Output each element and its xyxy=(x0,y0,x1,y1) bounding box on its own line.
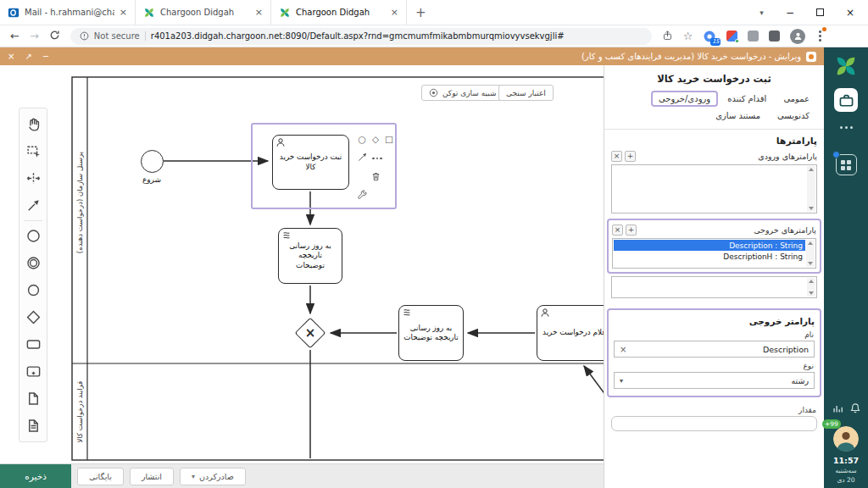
app-rail: +99 11:57 سه‌شنبه 20 دی xyxy=(824,47,868,488)
remove-output-param-button[interactable]: × xyxy=(612,225,623,236)
close-icon[interactable]: × xyxy=(391,8,398,17)
bookmark-star-icon[interactable]: ☆ xyxy=(683,30,693,42)
global-connect-tool-icon[interactable] xyxy=(25,197,42,214)
browser-profile-avatar[interactable] xyxy=(790,29,805,44)
scrollbar[interactable] xyxy=(806,240,815,267)
type-label: نوع xyxy=(615,362,814,370)
data-store-tool-icon[interactable] xyxy=(25,418,42,434)
delete-icon[interactable] xyxy=(370,170,381,182)
token-simulation-button[interactable]: شبیه سازی توکن xyxy=(421,85,504,101)
minimize-button[interactable]: − xyxy=(786,8,794,18)
param-type-select[interactable]: رشته ▾ xyxy=(614,372,815,389)
chargoon-logo[interactable] xyxy=(833,53,859,79)
data-object-tool-icon[interactable] xyxy=(25,391,42,407)
input-params-list[interactable] xyxy=(611,164,817,214)
publish-button[interactable]: انتشار xyxy=(130,468,174,485)
tab-general[interactable]: عمومی xyxy=(776,91,817,107)
remove-input-param-button[interactable]: × xyxy=(611,151,622,162)
browser-tab-mail[interactable]: Mail - h.rahmani@chargoon.com × xyxy=(0,0,136,25)
app-minimize-icon[interactable]: − xyxy=(42,52,49,61)
tab-title: Chargoon Didgah xyxy=(160,8,250,17)
archive-button[interactable]: بایگانی xyxy=(77,468,124,485)
url-omnibox[interactable]: Not secure r401a203.didgah.chargoon.net:… xyxy=(70,28,652,45)
task-announce-request[interactable]: اعلام درخواست خرید xyxy=(537,305,604,361)
append-gateway-icon[interactable]: ◇ xyxy=(370,133,381,145)
task-label: ثبت درخواست خرید کالا xyxy=(273,152,348,172)
clear-name-button[interactable]: × xyxy=(620,345,626,354)
end-event-tool-icon[interactable] xyxy=(25,282,42,298)
browser-menu-icon[interactable] xyxy=(815,29,825,43)
task-create-request[interactable]: ثبت درخواست خرید کالا xyxy=(272,135,349,190)
output-params-row: پارامترهای خروجی + × xyxy=(612,225,816,236)
output-params-list-overflow[interactable] xyxy=(611,276,817,298)
briefcase-icon[interactable] xyxy=(834,88,858,112)
new-tab-button[interactable]: + xyxy=(415,5,426,20)
extension-badge: 15 xyxy=(710,38,721,46)
task-tool-icon[interactable] xyxy=(25,336,42,352)
extension-icon[interactable] xyxy=(748,30,759,42)
maximize-button[interactable] xyxy=(816,8,824,16)
stats-icon[interactable] xyxy=(832,402,843,417)
diagram-canvas[interactable]: پرسنل سازمان (درخواست دهنده) فرایند درخو… xyxy=(0,65,604,463)
tab-coding[interactable]: کدنویسی xyxy=(770,108,817,124)
param-value-input[interactable] xyxy=(611,416,817,431)
output-param-item[interactable]: DescriptionH : String xyxy=(614,251,805,262)
close-button[interactable]: × xyxy=(846,8,854,18)
connect-tool-icon[interactable] xyxy=(356,151,368,163)
intermediate-event-tool-icon[interactable] xyxy=(25,255,42,271)
gateway-tool-icon[interactable] xyxy=(25,309,42,325)
hand-tool-icon[interactable] xyxy=(25,116,42,132)
screen: Mail - h.rahmani@chargoon.com × Chargoon… xyxy=(0,0,868,488)
close-icon[interactable]: × xyxy=(120,8,127,17)
chevron-down-icon[interactable]: ▾ xyxy=(760,8,764,17)
add-input-param-button[interactable]: + xyxy=(625,151,636,162)
share-icon[interactable] xyxy=(662,30,673,43)
space-tool-icon[interactable] xyxy=(25,170,42,186)
tab-documentation[interactable]: مستند سازی xyxy=(708,108,768,124)
append-task-icon[interactable]: □ xyxy=(383,133,395,145)
append-event-icon[interactable]: ○ xyxy=(356,133,368,145)
scrollbar[interactable] xyxy=(807,278,815,297)
validate-button[interactable]: اعتبار سنجی xyxy=(498,85,554,101)
app-close-icon[interactable]: × xyxy=(8,52,14,61)
refresh-button[interactable] xyxy=(49,30,60,42)
output-params-list[interactable]: Description : String DescriptionH : Stri… xyxy=(612,238,816,269)
param-name-input[interactable]: Description × xyxy=(614,341,815,358)
extension-icon[interactable]: 15 xyxy=(703,30,716,43)
lane-label-bottom: فرایند درخواست کالا xyxy=(75,357,84,463)
security-chip[interactable]: Not secure xyxy=(94,31,140,41)
lasso-tool-icon[interactable] xyxy=(25,143,42,159)
more-apps-icon[interactable] xyxy=(840,126,853,129)
output-param-item-selected[interactable]: Description : String xyxy=(614,240,805,251)
app-expand-icon[interactable]: ↗ xyxy=(25,52,31,61)
panel-title: ثبت درخواست خرید کالا xyxy=(611,73,817,85)
export-button[interactable]: ▾ صادرکردن xyxy=(180,468,246,485)
browser-tab-didgah-2[interactable]: Chargoon Didgah × xyxy=(271,0,407,25)
extension-icon[interactable] xyxy=(769,30,780,42)
notifications-bell-icon[interactable] xyxy=(849,402,861,417)
browser-tab-didgah-1[interactable]: Chargoon Didgah × xyxy=(136,0,271,25)
extension-icon[interactable] xyxy=(726,30,737,42)
start-event[interactable] xyxy=(141,150,164,173)
task-label: اعلام درخواست خرید xyxy=(538,328,604,337)
user-avatar[interactable] xyxy=(833,426,859,452)
user-icon xyxy=(275,137,286,150)
didgah-app-icon[interactable] xyxy=(836,154,857,175)
forward-button[interactable]: → xyxy=(30,30,39,42)
canvas-footer: ذخیره بایگانی انتشار ▾ صادرکردن xyxy=(0,463,604,488)
save-button[interactable]: ذخیره xyxy=(0,464,71,488)
notification-count-badge: +99 xyxy=(822,419,841,429)
tab-input-output[interactable]: ورودی/خروجی xyxy=(651,91,718,107)
app-header: × ↗ − ویرایش - درخواست خرید کالا (مدیریت… xyxy=(0,47,824,65)
task-update-history-1[interactable]: به روز رسانی تاریخچه توضیحات xyxy=(278,228,342,284)
more-options-icon[interactable] xyxy=(371,152,383,164)
back-button[interactable]: ← xyxy=(10,30,19,42)
start-event-tool-icon[interactable] xyxy=(25,228,42,244)
wrench-icon[interactable] xyxy=(356,189,368,201)
scrollbar[interactable] xyxy=(807,166,815,212)
task-update-history-2[interactable]: به روز رسانی تاریخچه توضیحات xyxy=(398,305,464,361)
close-icon[interactable]: × xyxy=(255,8,263,17)
tab-actor[interactable]: اقدام کننده xyxy=(720,91,774,107)
add-output-param-button[interactable]: + xyxy=(626,225,637,236)
subprocess-tool-icon[interactable] xyxy=(25,363,42,380)
